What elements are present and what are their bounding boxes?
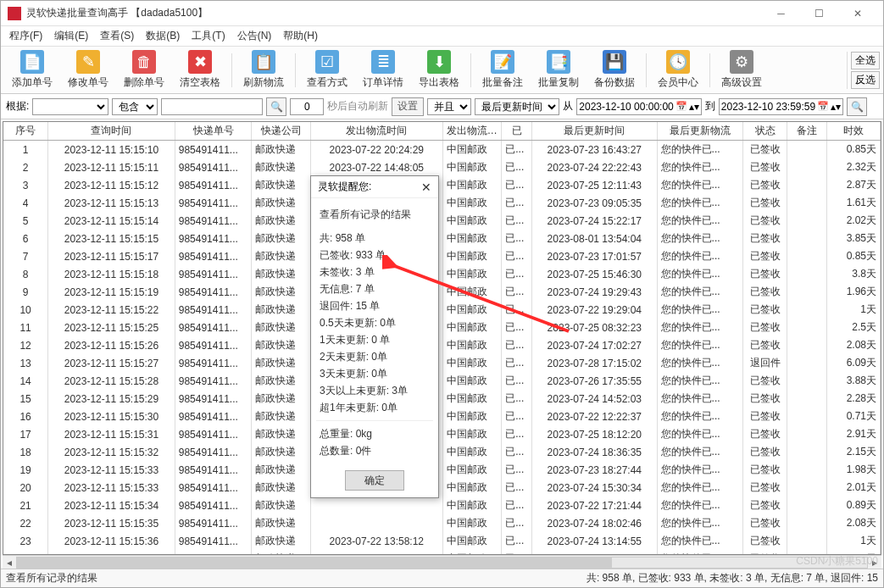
cell: 2023-07-27 12:28:21 xyxy=(532,550,657,555)
table-row[interactable]: 182023-12-11 15:15:32985491411...邮政快递中国邮… xyxy=(3,443,881,461)
column-header[interactable]: 发出物流时间 xyxy=(310,122,442,141)
menu-item[interactable]: 查看(S) xyxy=(95,27,139,45)
table-row[interactable]: 52023-12-11 15:15:14985491411...邮政快递中国邮政… xyxy=(3,212,881,230)
table-row[interactable]: 152023-12-11 15:15:29985491411...邮政快递中国邮… xyxy=(3,390,881,408)
cell: 邮政快递 xyxy=(252,247,311,265)
menu-item[interactable]: 公告(N) xyxy=(232,27,277,45)
dialog-close-button[interactable]: ✕ xyxy=(421,180,431,194)
scroll-left-icon[interactable]: ◂ xyxy=(3,557,16,569)
dialog-line: 总数量: 0件 xyxy=(320,443,430,458)
cell: 985491411... xyxy=(175,514,252,532)
minimize-button[interactable]: ─ xyxy=(762,2,800,25)
column-header[interactable]: 最后更新物流 xyxy=(657,122,742,141)
table-row[interactable]: 102023-12-11 15:15:22985491411...邮政快递中国邮… xyxy=(3,301,881,319)
keyword-input[interactable] xyxy=(161,98,263,115)
table-row[interactable]: 132023-12-11 15:15:27985491411...邮政快递中国邮… xyxy=(3,354,881,372)
cell: 20 xyxy=(3,479,48,496)
table-row[interactable]: 172023-12-11 15:15:31985491411...邮政快递中国邮… xyxy=(3,425,881,443)
column-header[interactable]: 发出物流信息 xyxy=(442,122,502,141)
cell: 2023-12-11 15:15:15 xyxy=(48,230,175,247)
table-row[interactable]: 242023-12-11 15:15:37985491411...邮政快递202… xyxy=(3,550,881,555)
column-header[interactable]: 最后更新时间 xyxy=(532,122,657,141)
toolbar-清空表格[interactable]: ✖清空表格 xyxy=(172,48,228,92)
cell xyxy=(787,141,826,159)
table-row[interactable]: 92023-12-11 15:15:19985491411...邮政快递中国邮政… xyxy=(3,283,881,301)
toolbar-添加单号[interactable]: 📄添加单号 xyxy=(4,48,60,92)
toolbar-导出表格[interactable]: ⬇导出表格 xyxy=(411,48,467,92)
table-row[interactable]: 222023-12-11 15:15:35985491411...邮政快递中国邮… xyxy=(3,514,881,532)
table-row[interactable]: 112023-12-11 15:15:25985491411...邮政快递中国邮… xyxy=(3,319,881,336)
table-row[interactable]: 72023-12-11 15:15:17985491411...邮政快递中国邮政… xyxy=(3,247,881,265)
close-button[interactable]: ✕ xyxy=(838,2,876,25)
cell: 已签收 xyxy=(742,319,787,336)
toolbar-备份数据[interactable]: 💾备份数据 xyxy=(587,48,642,92)
root-field-select[interactable] xyxy=(32,98,108,115)
table-row[interactable]: 212023-12-11 15:15:34985491411...邮政快递中国邮… xyxy=(3,496,881,514)
table-row[interactable]: 162023-12-11 15:15:30985491411...邮政快递中国邮… xyxy=(3,408,881,425)
cell: 2023-12-11 15:15:10 xyxy=(48,141,175,159)
column-header[interactable]: 序号 xyxy=(3,122,48,141)
column-header[interactable]: 快递单号 xyxy=(175,122,252,141)
toolbar-修改单号[interactable]: ✎修改单号 xyxy=(60,48,116,92)
column-header[interactable]: 备注 xyxy=(787,122,826,141)
toolbar-刷新物流[interactable]: 📋刷新物流 xyxy=(236,48,292,92)
maximize-button[interactable]: ☐ xyxy=(800,2,838,25)
search-icon: 🔍 xyxy=(851,101,864,113)
table-row[interactable]: 12023-12-11 15:15:10985491411...邮政快递2023… xyxy=(3,141,881,159)
menu-item[interactable]: 帮助(H) xyxy=(278,27,323,45)
cell: 您的快件已... xyxy=(657,194,742,212)
column-header[interactable]: 已 xyxy=(502,122,532,141)
root-label: 根据: xyxy=(6,99,29,114)
table-row[interactable]: 42023-12-11 15:15:13985491411...邮政快递中国邮政… xyxy=(3,194,881,212)
toolbar-删除单号[interactable]: 🗑删除单号 xyxy=(116,48,172,92)
toolbar-会员中心[interactable]: 🕓会员中心 xyxy=(650,48,706,92)
toolbar-高级设置[interactable]: ⚙高级设置 xyxy=(714,48,770,92)
table-row[interactable]: 32023-12-11 15:15:12985491411...邮政快递中国邮政… xyxy=(3,176,881,194)
data-table[interactable]: 序号查询时间快递单号快递公司发出物流时间发出物流信息已最后更新时间最后更新物流状… xyxy=(3,122,881,555)
from-datetime[interactable]: 2023-12-10 00:00:00📅▴▾ xyxy=(576,98,701,115)
dialog-ok-button[interactable]: 确定 xyxy=(345,470,404,491)
table-row[interactable]: 232023-12-11 15:15:36985491411...邮政快递202… xyxy=(3,532,881,550)
cell: 您的快件已... xyxy=(657,496,742,514)
table-row[interactable]: 22023-12-11 15:15:11985491411...邮政快递2023… xyxy=(3,158,881,176)
cell: 邮政快递 xyxy=(252,408,311,425)
toolbar-批量备注[interactable]: 📝批量备注 xyxy=(475,48,531,92)
table-row[interactable]: 122023-12-11 15:15:26985491411...邮政快递中国邮… xyxy=(3,336,881,354)
column-header[interactable]: 查询时间 xyxy=(48,122,175,141)
filter-search-button[interactable]: 🔍 xyxy=(847,97,867,116)
cell: 已签收 xyxy=(742,514,787,532)
cell: 邮政快递 xyxy=(252,390,311,408)
stepper-icon: ▴▾ xyxy=(689,101,699,113)
cell: 2.01天 xyxy=(826,479,880,496)
settings-button[interactable]: 设置 xyxy=(392,97,424,116)
dialog-line: 总重量: 0kg xyxy=(320,426,430,441)
cell: 2023-07-24 19:29:43 xyxy=(532,283,657,301)
table-row[interactable]: 82023-12-11 15:15:18985491411...邮政快递中国邮政… xyxy=(3,265,881,283)
column-header[interactable]: 状态 xyxy=(742,122,787,141)
toolbar-查看方式[interactable]: ☑查看方式 xyxy=(299,48,355,92)
horizontal-scrollbar[interactable]: ◂ ▸ xyxy=(3,555,881,569)
table-row[interactable]: 202023-12-11 15:15:33985491411...邮政快递中国邮… xyxy=(3,479,881,496)
menu-item[interactable]: 编辑(E) xyxy=(49,27,93,45)
cell: 已... xyxy=(502,176,532,194)
to-datetime[interactable]: 2023-12-10 23:59:59📅▴▾ xyxy=(719,98,843,115)
cell: 2023-07-22 19:29:04 xyxy=(532,301,657,319)
time-field-select[interactable]: 最后更新时间 xyxy=(475,98,559,115)
and-or-select[interactable]: 并且 ▾ xyxy=(427,98,471,115)
menu-item[interactable]: 程序(F) xyxy=(4,27,47,45)
menu-item[interactable]: 工具(T) xyxy=(186,27,230,45)
menu-item[interactable]: 数据(B) xyxy=(141,27,185,45)
table-row[interactable]: 62023-12-11 15:15:15985491411...邮政快递中国邮政… xyxy=(3,230,881,247)
toolbar-订单详情[interactable]: ≣订单详情 xyxy=(355,48,411,92)
table-row[interactable]: 192023-12-11 15:15:33985491411...邮政快递中国邮… xyxy=(3,461,881,479)
column-header[interactable]: 时效 xyxy=(826,122,880,141)
seconds-input[interactable] xyxy=(290,98,324,115)
match-mode-select[interactable]: 包含 xyxy=(112,98,158,115)
select-all-button[interactable]: 全选 xyxy=(851,52,880,69)
toolbar-批量复制[interactable]: 📑批量复制 xyxy=(531,48,587,92)
column-header[interactable]: 快递公司 xyxy=(252,122,311,141)
table-row[interactable]: 142023-12-11 15:15:28985491411...邮政快递中国邮… xyxy=(3,372,881,390)
cell: 中国邮政 xyxy=(442,176,502,194)
invert-selection-button[interactable]: 反选 xyxy=(851,71,880,89)
search-button[interactable]: 🔍 xyxy=(266,97,286,116)
